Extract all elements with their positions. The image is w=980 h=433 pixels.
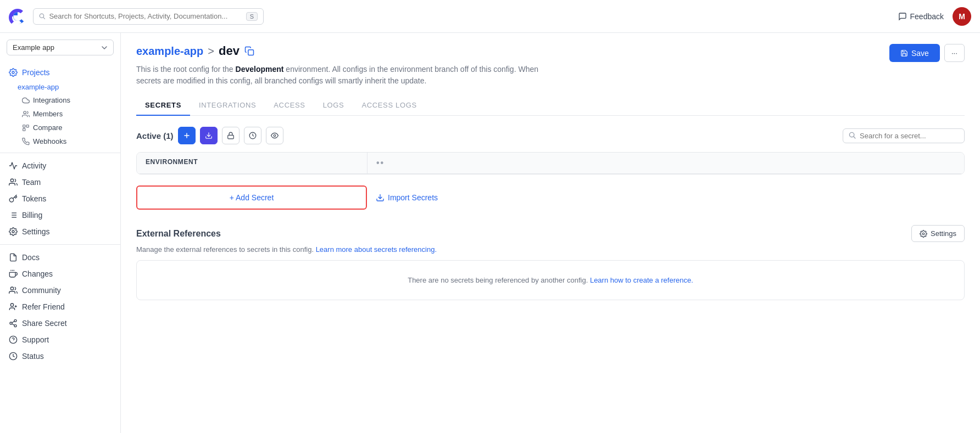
status-icon	[9, 352, 18, 361]
tab-access-logs[interactable]: ACCESS LOGS	[353, 95, 425, 116]
tab-logs[interactable]: LOGS	[314, 95, 353, 116]
add-secret-button[interactable]: + Add Secret	[136, 185, 367, 210]
community-icon	[9, 286, 18, 295]
header-actions: Save ···	[889, 44, 965, 62]
header-description: This is the root config for the Developm…	[136, 64, 548, 87]
breadcrumb-desc: example-app > dev This is the root confi…	[136, 44, 548, 87]
sidebar-item-refer-friend[interactable]: Refer Friend	[0, 299, 120, 315]
secrets-table: ENVIRONMENT ••	[136, 152, 965, 175]
svg-point-2	[24, 111, 26, 114]
sidebar-sub-integrations[interactable]: Integrations	[0, 93, 120, 107]
search-bar[interactable]: S	[33, 8, 264, 25]
tabs: SECRETS INTEGRATIONS ACCESS LOGS ACCESS …	[136, 95, 965, 116]
breadcrumb: example-app > dev	[136, 44, 548, 58]
import-secrets-button[interactable]: Import Secrets	[376, 193, 438, 202]
ext-ref-settings-button[interactable]: Settings	[911, 225, 965, 242]
eye-icon	[271, 132, 279, 139]
download-button[interactable]	[200, 127, 218, 144]
sidebar-sub-compare[interactable]: Compare	[0, 121, 120, 134]
sidebar: Example app Projects example-app Integra…	[0, 33, 121, 433]
import-icon	[376, 193, 385, 202]
logo[interactable]	[9, 8, 26, 25]
ext-ref-desc: Manage the external references to secret…	[136, 245, 965, 254]
sidebar-item-status[interactable]: Status	[0, 348, 120, 364]
svg-point-36	[849, 132, 854, 137]
svg-point-21	[14, 319, 16, 322]
copy-icon[interactable]	[244, 46, 255, 57]
sidebar-sub-webhooks[interactable]: Webhooks	[0, 134, 120, 148]
page-header: example-app > dev This is the root confi…	[136, 44, 965, 87]
tab-integrations[interactable]: INTEGRATIONS	[190, 95, 265, 116]
svg-line-24	[12, 324, 15, 325]
svg-point-35	[274, 134, 276, 137]
svg-rect-5	[23, 128, 25, 131]
ext-ref-empty: There are no secrets being referenced by…	[136, 260, 965, 300]
search-secret-icon	[849, 132, 856, 139]
clock-button[interactable]	[244, 127, 261, 144]
svg-rect-33	[227, 135, 233, 138]
sidebar-item-billing[interactable]: Billing	[0, 207, 120, 223]
gear-settings-icon	[920, 230, 927, 238]
settings-icon	[9, 227, 18, 236]
sidebar-item-team[interactable]: Team	[0, 174, 120, 190]
eye-button[interactable]	[266, 127, 283, 144]
sidebar-item-activity[interactable]: Activity	[0, 158, 120, 174]
search-secret-input[interactable]	[860, 132, 959, 140]
secrets-section-header: Active (1)	[136, 127, 965, 144]
divider-1	[0, 153, 120, 153]
breadcrumb-app[interactable]: example-app	[136, 45, 203, 58]
search-input[interactable]	[49, 12, 242, 20]
cloud-icon	[22, 97, 30, 104]
sidebar-sub-members[interactable]: Members	[0, 107, 120, 121]
tab-access[interactable]: ACCESS	[265, 95, 314, 116]
topbar-right: Feedback M	[898, 7, 971, 26]
svg-point-38	[922, 233, 925, 235]
webhooks-icon	[22, 138, 30, 145]
sidebar-item-projects[interactable]: Projects	[0, 64, 120, 81]
chevron-down-icon	[101, 44, 108, 51]
lock-icon	[227, 132, 235, 139]
changes-icon	[9, 269, 18, 278]
app-selector[interactable]: Example app	[7, 40, 114, 55]
lock-button[interactable]	[222, 127, 240, 144]
sidebar-item-changes[interactable]: Changes	[0, 266, 120, 282]
svg-rect-4	[26, 125, 29, 127]
add-secret-icon-button[interactable]	[178, 127, 196, 144]
svg-point-13	[12, 230, 14, 233]
breadcrumb-sep: >	[208, 45, 214, 58]
sidebar-item-docs[interactable]: Docs	[0, 249, 120, 266]
avatar[interactable]: M	[953, 7, 971, 26]
svg-point-23	[14, 325, 16, 327]
ext-ref-title: External References	[136, 229, 221, 239]
team-icon	[9, 178, 18, 187]
tokens-icon	[9, 194, 18, 203]
refer-icon	[9, 302, 18, 311]
tab-secrets[interactable]: SECRETS	[136, 95, 190, 116]
sidebar-item-share-secret[interactable]: Share Secret	[0, 315, 120, 331]
sidebar-item-settings[interactable]: Settings	[0, 223, 120, 240]
ext-ref-learn-more-link[interactable]: Learn more about secrets referencing.	[316, 245, 437, 254]
search-kbd: S	[246, 12, 258, 21]
clock-icon	[249, 132, 257, 139]
add-secret-row: + Add Secret Import Secrets	[136, 185, 965, 210]
sidebar-item-example-app[interactable]: example-app	[0, 81, 120, 93]
svg-point-22	[10, 322, 12, 324]
share-icon	[9, 319, 18, 328]
sidebar-item-community[interactable]: Community	[0, 282, 120, 299]
topbar: S Feedback M	[0, 0, 980, 33]
docs-icon	[9, 253, 18, 262]
feedback-button[interactable]: Feedback	[898, 12, 944, 21]
sidebar-item-support[interactable]: Support	[0, 331, 120, 348]
save-button[interactable]: Save	[889, 44, 940, 62]
sidebar-item-tokens[interactable]: Tokens	[0, 190, 120, 207]
section-title: Active (1)	[136, 127, 283, 144]
download-icon	[205, 132, 213, 139]
svg-point-6	[10, 179, 13, 182]
svg-rect-3	[23, 125, 25, 127]
divider-2	[0, 244, 120, 245]
more-button[interactable]: ···	[944, 44, 965, 62]
ext-ref-create-link[interactable]: Learn how to create a reference.	[590, 276, 693, 284]
layout: Example app Projects example-app Integra…	[0, 33, 980, 433]
external-refs-section: External References Settings Manage the …	[136, 225, 965, 300]
search-secret-bar[interactable]	[843, 128, 965, 143]
